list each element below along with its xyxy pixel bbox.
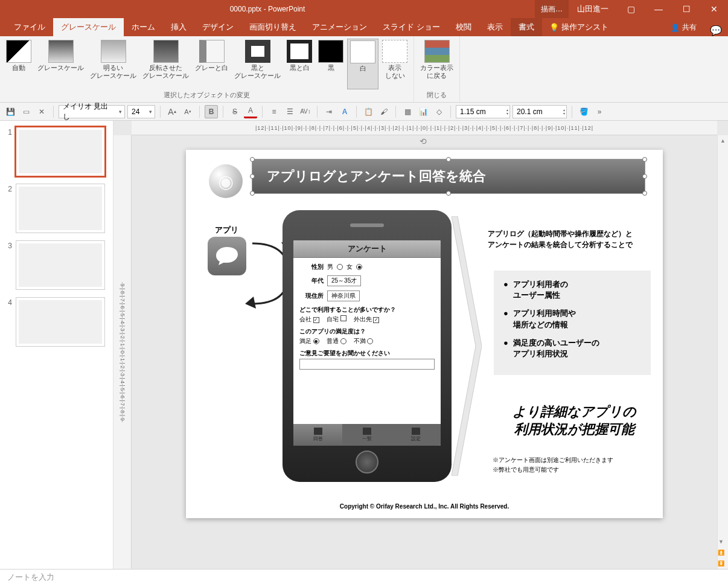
thumbnail-1[interactable] (16, 127, 105, 176)
inverse-label: 反転させた グレースケール (142, 64, 189, 80)
format-painter-icon[interactable]: 🖌 (377, 105, 391, 118)
white-button[interactable]: 白 (347, 39, 378, 89)
handle-icon[interactable] (446, 191, 451, 196)
ribbon-opts-icon[interactable]: ▢ (617, 0, 645, 18)
paste-icon[interactable]: 📋 (362, 105, 375, 118)
thumb-num-1: 1 (2, 127, 12, 176)
age-label: 年代 (299, 277, 324, 285)
light-gs-label: 明るい グレースケール (90, 64, 136, 80)
fill-icon[interactable]: 🪣 (577, 105, 590, 118)
bullet-1: アプリ利用者の ユーザー属性 (503, 279, 641, 301)
notes-pane[interactable]: ノートを入力 (0, 569, 728, 584)
tab-animations[interactable]: アニメーション (304, 18, 375, 36)
small-notes: ※アンケート画面は別途ご利用いただきます ※弊社でも用意可能です (493, 455, 613, 475)
line-spacing-icon[interactable]: AV↕ (299, 105, 312, 118)
new-slide-icon[interactable]: ▭ (19, 105, 33, 118)
shrink-font-icon[interactable]: A▾ (181, 105, 194, 118)
slide-title-box[interactable]: アプリログとアンケート回答を統合 (252, 159, 645, 193)
width-spinner[interactable]: 20.1 cm (512, 105, 567, 118)
gray-white-button[interactable]: グレーと白 (193, 39, 231, 89)
tab-home[interactable]: ホーム (124, 18, 163, 36)
minimize-icon[interactable]: ― (645, 0, 672, 18)
thumbnail-3[interactable] (16, 240, 105, 290)
phone-tab-3: 設定 (392, 424, 441, 446)
strikethrough-icon[interactable]: S (228, 105, 241, 118)
rotate-handle-icon[interactable]: ⟲ (420, 136, 427, 146)
font-color-icon[interactable]: A (244, 105, 257, 118)
opt-office: 会社 (299, 316, 311, 322)
window-title: 0000.pptx - PowerPoint (0, 5, 535, 13)
auto-button[interactable]: 自動 (4, 39, 34, 89)
prev-slide-icon[interactable]: ⏫ (718, 547, 724, 558)
grayscale-button[interactable]: グレースケール (35, 39, 86, 89)
tab-design[interactable]: デザイン (194, 18, 241, 36)
tab-insert[interactable]: 挿入 (163, 18, 194, 36)
grow-font-icon[interactable]: A▴ (165, 105, 179, 118)
handle-icon[interactable] (446, 157, 451, 162)
inverse-grayscale-button[interactable]: 反転させた グレースケール (140, 39, 191, 89)
handle-icon[interactable] (250, 157, 255, 162)
dont-show-label: 表示 しない (385, 64, 405, 80)
close-icon[interactable]: ✕ (700, 0, 728, 18)
tab-format[interactable]: 書式 (511, 18, 542, 36)
thumb-num-3: 3 (2, 240, 12, 290)
slide-title-text: アプリログとアンケート回答を統合 (267, 167, 486, 185)
group-label-1: 選択したオブジェクトの変更 (4, 89, 410, 100)
thumbnail-4[interactable] (16, 297, 105, 347)
radio-icon (340, 338, 346, 344)
black-button[interactable]: 黒 (316, 39, 346, 89)
radio-icon (337, 264, 343, 270)
back-to-color-button[interactable]: カラー表示 に戻る (418, 39, 456, 89)
bullets-icon[interactable]: ☰ (283, 105, 296, 118)
height-spinner[interactable]: 1.15 cm (456, 105, 510, 118)
fontsize-combo[interactable]: 24 (127, 105, 155, 118)
handle-icon[interactable] (250, 191, 255, 196)
tab-transitions[interactable]: 画面切り替え (241, 18, 304, 36)
tab-review[interactable]: 校閲 (448, 18, 479, 36)
slide-canvas[interactable]: ⟲ ◉ アプリログとアンケート回答を統合 アプリ (186, 150, 663, 518)
shape-icon[interactable]: ◇ (432, 105, 445, 118)
comments-icon[interactable]: 💬 (704, 25, 728, 36)
tell-me[interactable]: 💡 操作アシスト (542, 18, 616, 36)
tab-slideshow[interactable]: スライド ショー (375, 18, 448, 36)
user-name[interactable]: 山田進一 (569, 0, 617, 18)
phone-tab-1: 回答 (293, 424, 342, 446)
handle-icon[interactable] (642, 174, 647, 179)
share-button[interactable]: 👤 共有 (663, 19, 704, 36)
tab-grayscale[interactable]: グレースケール (53, 18, 124, 36)
handle-icon[interactable] (250, 174, 255, 179)
light-grayscale-button[interactable]: 明るい グレースケール (88, 39, 139, 89)
save-icon[interactable]: 💾 (4, 105, 17, 118)
black-white-button[interactable]: 黒と白 (284, 39, 315, 89)
opt-out: 外出先 (354, 316, 372, 322)
black-grayscale-button[interactable]: 黒と グレースケール (232, 39, 283, 89)
delete-icon[interactable]: ✕ (35, 105, 48, 118)
drawing-tools-label[interactable]: 描画… (535, 0, 569, 18)
chart-icon[interactable]: 📊 (417, 105, 430, 118)
ribbon: 自動 グレースケール 明るい グレースケール 反転させた グレースケール グレー… (0, 36, 728, 103)
bold-icon[interactable]: B (205, 105, 218, 118)
scroll-up-icon[interactable]: ▲ (718, 135, 728, 146)
text-effects-icon[interactable]: A (338, 105, 351, 118)
thumbnail-2[interactable] (16, 184, 105, 233)
table-icon[interactable]: ▦ (401, 105, 414, 118)
maximize-icon[interactable]: ☐ (672, 0, 700, 18)
handle-icon[interactable] (642, 157, 647, 162)
scroll-down-icon[interactable]: ▼ (718, 536, 724, 547)
radio-on-icon (313, 338, 319, 344)
editor: |12|·|11|·|10|·|9|·|·|8|·|·|7|·|·|6|·|·|… (113, 121, 728, 569)
tab-view[interactable]: 表示 (479, 18, 511, 36)
scrollbar-vertical[interactable]: ▲ ▼ ⏫ ⏬ (717, 135, 728, 569)
dont-show-button[interactable]: 表示 しない (380, 39, 410, 89)
tab-file[interactable]: ファイル (6, 18, 53, 36)
align-icon[interactable]: ≡ (267, 105, 281, 118)
grayscale-label: グレースケール (37, 64, 84, 72)
font-combo[interactable]: メイリオ 見出し (59, 105, 125, 118)
indent-icon[interactable]: ⇥ (322, 105, 336, 118)
ruler-horizontal[interactable]: |12|·|11|·|10|·|9|·|·|8|·|·|7|·|·|6|·|·|… (132, 121, 717, 135)
next-slide-icon[interactable]: ⏬ (718, 558, 724, 569)
handle-icon[interactable] (642, 191, 647, 196)
ruler-vertical[interactable]: ·9·|·8·|·7·|·6·|·5·|·4·|·3·|·2·|·1·|·0·|… (113, 135, 132, 569)
more-icon[interactable]: » (593, 105, 606, 118)
opt-home: 自宅 (327, 316, 339, 322)
